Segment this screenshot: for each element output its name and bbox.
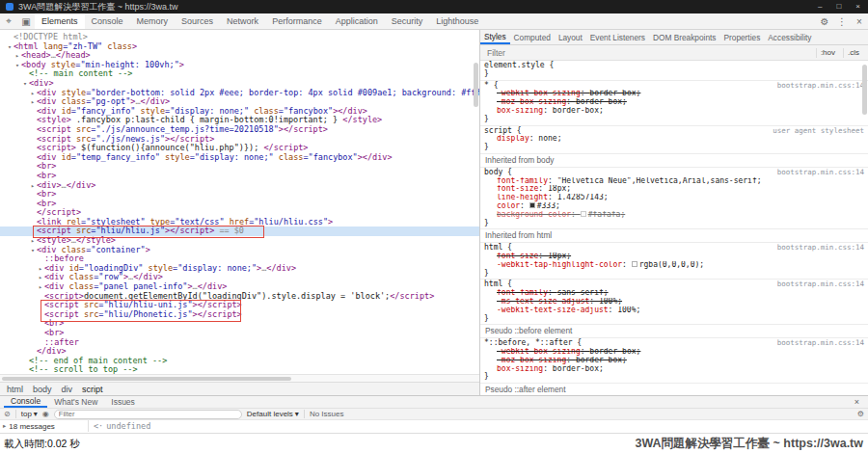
collapsed-arrow-icon[interactable]: ▸ [37,274,44,282]
collapsed-arrow-icon[interactable]: ▸ [29,237,37,246]
tree-node[interactable]: ▾<div class="container"> [0,246,479,255]
console-filter-input[interactable] [54,410,242,419]
css-selector[interactable]: body { [484,169,512,177]
tab-layout[interactable]: Layout [555,30,586,44]
css-selector[interactable]: html { [484,280,512,289]
css-source-link[interactable]: bootstrap.min.css:14 [772,82,864,91]
tab-application[interactable]: Application [329,13,385,29]
tree-node[interactable]: </div> [0,347,479,357]
tab-properties[interactable]: Properties [719,30,764,44]
tab-console[interactable]: Console [85,13,130,29]
expanded-arrow-icon[interactable]: ▾ [29,247,37,255]
tree-node[interactable]: <!-- scroll to top --> [0,365,479,374]
context-selector[interactable]: top ▾ [21,410,38,418]
tree-node[interactable]: <!DOCTYPE html> [0,33,479,42]
breadcrumb-html[interactable]: html [7,385,23,394]
tree-node[interactable]: <script src="hliu/Phonetic.js"></script> [0,310,479,320]
tree-node[interactable]: <script src="./js/announce_temp.js?time=… [0,125,479,135]
settings-gear-icon[interactable]: ⚙ [816,13,833,29]
eye-icon[interactable]: ◉ [42,410,49,418]
tab-network[interactable]: Network [220,13,265,29]
more-options-icon[interactable]: ⋮ [833,13,851,29]
css-property[interactable]: font-family: sans-serif; [484,289,864,298]
css-source-link[interactable]: user agent stylesheet [767,127,864,136]
tab-memory[interactable]: Memory [130,13,176,29]
maximize-button[interactable]: □ [836,3,841,11]
tree-node[interactable]: <script src="./js/news.js"></script> [0,135,479,145]
collapsed-arrow-icon[interactable]: ▸ [29,182,37,191]
minimize-button[interactable]: – [818,3,822,11]
hover-state-toggle[interactable]: :hov [816,48,839,58]
color-swatch[interactable] [581,211,586,217]
collapsed-arrow-icon[interactable]: ▸ [14,52,21,61]
styles-filter-input[interactable] [485,47,812,59]
tree-node[interactable]: ▾<body style="min-height: 100vh;"> [0,61,479,70]
css-source-link[interactable]: bootstrap.min.css:14 [772,280,864,289]
css-property[interactable]: -webkit-tap-highlight-color: rgba(0,0,0,… [484,261,864,270]
tree-node[interactable]: ::before [0,254,479,264]
close-window-button[interactable]: × [855,3,860,11]
tab-accessibility[interactable]: Accessibility [764,30,815,44]
tree-node[interactable]: ▾<html lang="zh-TW" class> [0,42,479,52]
tree-node[interactable]: <script src="hliu/hliu-uni.js"></script> [0,301,479,310]
css-property[interactable]: font-family: "Helvetica Neue",Helvetica,… [484,177,864,186]
console-sidebar[interactable]: ▸ 18 messages [0,420,89,432]
css-source-link[interactable]: bootstrap.min.css:14 [772,339,864,348]
tab-dom-breakpoints[interactable]: DOM Breakpoints [649,30,719,44]
css-property[interactable]: -webkit-text-size-adjust: 100%; [484,306,864,315]
tree-node[interactable]: ▸<div>…</div> [0,181,479,191]
clear-console-icon[interactable]: ⊘ [4,410,11,418]
tree-node[interactable]: <script> $(function(){announce("hliu.php… [0,144,479,153]
css-property[interactable]: color: #333; [484,202,864,211]
tab-issues[interactable]: Issues [104,396,142,408]
tree-node[interactable]: <br> [0,172,479,181]
expanded-arrow-icon[interactable]: ▾ [6,43,14,52]
color-swatch[interactable] [529,202,535,208]
tree-node[interactable]: <link rel="stylesheet" type="text/css" h… [0,218,479,227]
expanded-arrow-icon[interactable]: ▾ [14,62,21,70]
close-drawer-icon[interactable]: × [850,396,864,408]
tree-node[interactable]: <!-- main content --> [0,69,479,79]
breadcrumb-div[interactable]: div [62,385,73,394]
tab-performance[interactable]: Performance [265,13,329,29]
console-sidebar-item[interactable]: 18 messages [9,422,55,431]
css-selector[interactable]: html { [484,244,512,253]
tree-node[interactable]: ▸<style>…</style> [0,236,479,246]
tree-node[interactable]: <script>document.getElementById("loading… [0,292,479,302]
css-property[interactable]: box-sizing: border-box; [484,107,864,116]
tab-drawer-console[interactable]: Console [4,396,47,408]
tree-node[interactable]: <br> [0,162,479,172]
tab-whats-new[interactable]: What's New [47,396,104,408]
tree-node[interactable]: ▸<div class="row">…</div> [0,273,479,282]
inspect-element-icon[interactable]: ⌖ [0,13,17,29]
log-levels-dropdown[interactable]: Default levels ▾ [247,410,299,418]
tree-node[interactable]: ▸<div class="panel panel-info">…</div> [0,282,479,292]
collapsed-arrow-icon[interactable]: ▸ [29,98,37,107]
tab-computed[interactable]: Computed [510,30,555,44]
collapsed-arrow-icon[interactable]: ▸ [3,422,6,430]
css-property[interactable]: -moz-box-sizing: border-box; [484,357,864,365]
breadcrumb-body[interactable]: body [33,385,52,394]
css-source-link[interactable]: bootstrap.min.css:14 [772,169,864,177]
collapsed-arrow-icon[interactable]: ▸ [37,265,44,274]
close-devtools-icon[interactable]: × [851,13,868,29]
issues-counter[interactable]: No Issues [310,410,344,418]
tree-node[interactable]: <!-- end of main content --> [0,357,479,366]
tree-node[interactable]: <br> [0,329,479,338]
elements-scrollbar[interactable] [474,63,478,107]
tree-node[interactable]: <br> [0,200,479,209]
elements-hscrollbar[interactable] [0,374,479,382]
tree-node[interactable]: ▸<div style="border-bottom: solid 2px #e… [0,89,479,98]
tree-node[interactable]: ▾<div> [0,79,479,89]
device-toolbar-icon[interactable]: ▣ [17,13,35,29]
tree-node[interactable]: ▸<head>…</head> [0,51,479,61]
css-property[interactable]: background-color: #fafafa; [484,211,864,220]
css-property[interactable]: -ms-text-size-adjust: 100%; [484,298,864,306]
css-property[interactable]: box-sizing: border-box; [484,365,864,374]
tree-node[interactable]: ▸<div class="pg-opt">…</div> [0,97,479,107]
tab-lighthouse[interactable]: Lighthouse [429,13,485,29]
collapsed-arrow-icon[interactable]: ▸ [29,90,37,98]
tree-node[interactable]: <br> [0,319,479,329]
tab-styles[interactable]: Styles [480,30,510,44]
styles-scrollbar[interactable] [862,65,867,115]
